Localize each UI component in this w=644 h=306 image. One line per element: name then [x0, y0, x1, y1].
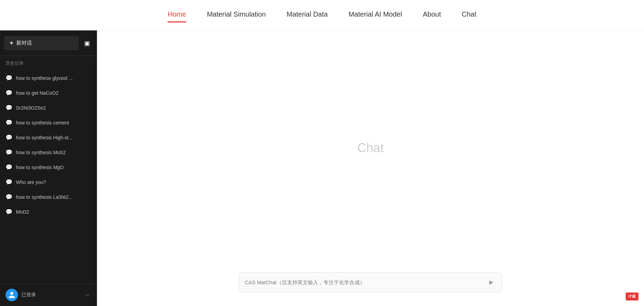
history-item-text: how to synthesis cement — [16, 120, 69, 126]
history-label: 历史记录 — [0, 56, 97, 69]
chat-bubble-icon: 💬 — [6, 75, 12, 81]
nav-item-material-data[interactable]: Material Data — [287, 10, 328, 20]
watermark-text: IT谁 — [628, 294, 636, 298]
new-chat-button[interactable]: + 新对话 — [4, 36, 79, 50]
watermark: IT谁 — [626, 293, 638, 300]
logout-button[interactable]: → — [82, 290, 91, 300]
new-chat-label: 新对话 — [16, 40, 32, 46]
list-item[interactable]: 💬 how to synthesis MoS2 — [0, 145, 97, 160]
history-item-text: how to synthesis MoS2 — [16, 150, 66, 155]
nav-item-material-simulation[interactable]: Material Simulation — [207, 10, 266, 20]
plus-icon: + — [10, 39, 14, 47]
list-item[interactable]: 💬 how to synthese glyceol ... — [0, 71, 97, 85]
list-item[interactable]: 💬 how to synthesis High-st... — [0, 130, 97, 145]
history-item-text: MnO2 — [16, 209, 29, 215]
nav-item-about[interactable]: About — [423, 10, 441, 20]
chat-bubble-icon: 💬 — [6, 119, 12, 126]
history-item-text: how to get NaCoO2 — [16, 90, 59, 96]
history-item-text: how to synthese glyceol ... — [16, 75, 73, 81]
list-item[interactable]: 💬 Sr2Ni3O2Se2 — [0, 100, 97, 115]
list-item[interactable]: 💬 how to synthesis La3Ni2... — [0, 189, 97, 204]
nav-items: Home Material Simulation Material Data M… — [168, 10, 476, 20]
chat-area: Chat ► — [97, 30, 644, 306]
history-item-text: how to synthesis La3Ni2... — [16, 194, 72, 200]
avatar — [6, 289, 18, 301]
user-info: 已登录 — [6, 289, 36, 301]
logout-icon: → — [84, 291, 90, 298]
history-item-text: Who are you? — [16, 179, 46, 185]
main-content: + 新对话 ▣ 历史记录 💬 how to synthese glyceol .… — [0, 30, 644, 306]
sidebar: + 新对话 ▣ 历史记录 💬 how to synthese glyceol .… — [0, 30, 97, 306]
chat-bubble-icon: 💬 — [6, 90, 12, 96]
layout-icon: ▣ — [84, 40, 90, 47]
nav-item-home[interactable]: Home — [168, 10, 186, 20]
list-item[interactable]: 💬 how to synthesis cement — [0, 115, 97, 130]
history-item-text: Sr2Ni3O2Se2 — [16, 105, 46, 111]
chat-bubble-icon: 💬 — [6, 149, 12, 156]
list-item[interactable]: 💬 Who are you? — [0, 175, 97, 189]
sidebar-header: + 新对话 ▣ — [0, 30, 97, 56]
chat-bubble-icon: 💬 — [6, 208, 12, 215]
top-navigation: Home Material Simulation Material Data M… — [0, 0, 644, 30]
send-button[interactable]: ► — [486, 277, 496, 288]
nav-item-chat[interactable]: Chat — [462, 10, 476, 20]
list-item[interactable]: 💬 MnO2 — [0, 204, 97, 219]
history-item-text: how to synthesis MgO — [16, 165, 64, 170]
list-item[interactable]: 💬 how to get NaCoO2 — [0, 85, 97, 100]
history-item-text: how to synthesis High-st... — [16, 135, 72, 140]
chat-bubble-icon: 💬 — [6, 104, 12, 111]
chat-bubble-icon: 💬 — [6, 194, 12, 200]
nav-item-material-ai-model[interactable]: Material AI Model — [349, 10, 402, 20]
user-status: 已登录 — [21, 292, 36, 298]
chat-input-area: ► — [97, 266, 644, 306]
chat-input-wrapper: ► — [239, 272, 502, 292]
chat-input[interactable] — [245, 279, 486, 285]
send-icon: ► — [488, 278, 495, 286]
sidebar-footer: 已登录 → — [0, 284, 97, 306]
chat-bubble-icon: 💬 — [6, 134, 12, 141]
chat-bubble-icon: 💬 — [6, 164, 12, 170]
sidebar-toggle-button[interactable]: ▣ — [81, 37, 93, 50]
list-item[interactable]: 💬 how to synthesis MgO — [0, 160, 97, 175]
chat-center-label: Chat — [97, 30, 644, 266]
chat-bubble-icon: 💬 — [6, 179, 12, 185]
chat-history: 💬 how to synthese glyceol ... 💬 how to g… — [0, 69, 97, 284]
